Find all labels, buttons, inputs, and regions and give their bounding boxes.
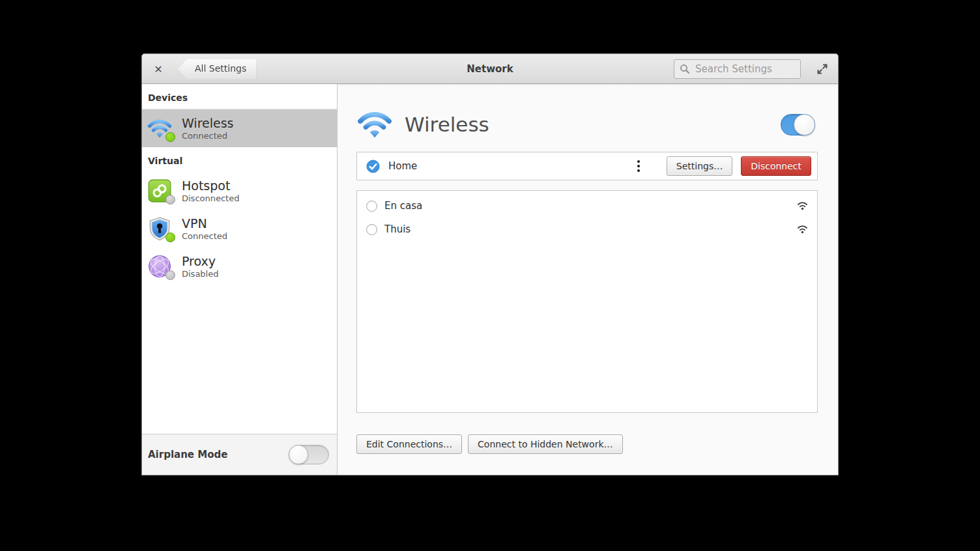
connected-network-row[interactable]: Home Settings… Disconnect [356,152,818,180]
status-dot-disabled [166,270,175,280]
device-status: Disabled [182,269,218,279]
network-list-item[interactable]: En casa [357,194,817,218]
panel-title: Wireless [405,113,781,136]
wireless-header: Wireless [357,106,815,143]
status-dot-connected [166,132,175,142]
sidebar-item-hotspot[interactable]: Hotspot Disconnected [142,172,337,210]
toggle-knob [289,445,308,464]
wireless-enable-toggle[interactable] [781,114,815,135]
airplane-mode-label: Airplane Mode [148,449,289,460]
available-networks-list: En casa Thuis [356,190,818,413]
network-radio[interactable] [366,224,377,235]
device-label: VPN [182,216,227,231]
proxy-globe-icon [147,253,175,280]
network-list-item[interactable]: Thuis [357,218,817,241]
search-input[interactable] [695,63,795,75]
footer-actions: Edit Connections… Connect to Hidden Netw… [356,434,818,454]
connected-check-icon [366,160,380,173]
signal-strength-icon [797,201,808,210]
network-name: En casa [384,200,797,212]
settings-button[interactable]: Settings… [667,156,732,176]
airplane-mode-row: Airplane Mode [142,434,337,475]
search-icon [680,64,690,74]
disconnect-button[interactable]: Disconnect [741,156,811,176]
wifi-icon [357,107,392,142]
network-name: Thuis [384,223,797,235]
wireless-panel: Wireless Home Settings… Disconnect En ca… [338,84,838,475]
hotspot-icon [147,177,175,205]
device-status: Connected [182,231,227,242]
toggle-knob [794,114,815,135]
search-settings-box[interactable] [674,59,801,79]
wifi-icon [147,115,175,142]
virtual-section-header: Virtual [142,147,337,172]
devices-section-header: Devices [142,84,337,109]
titlebar: ✕ All Settings Network [142,54,838,84]
status-dot-connected [166,233,175,242]
sidebar-item-proxy[interactable]: Proxy Disabled [142,247,337,285]
device-status: Connected [182,131,234,141]
status-dot-disconnected [166,195,175,205]
edit-connections-button[interactable]: Edit Connections… [356,434,462,454]
airplane-mode-toggle[interactable] [289,445,329,464]
device-label: Hotspot [182,178,239,193]
network-radio[interactable] [366,201,377,212]
connected-network-name: Home [388,160,635,172]
device-status: Disconnected [182,193,239,204]
devices-sidebar: Devices Wireless Connected Virtual [142,84,338,475]
sidebar-item-vpn[interactable]: VPN Connected [142,210,337,247]
device-label: Wireless [182,116,234,131]
sidebar-item-wireless[interactable]: Wireless Connected [142,109,337,147]
network-menu-button[interactable] [635,158,642,175]
network-settings-window: ✕ All Settings Network Devices Wireless … [141,53,839,475]
signal-strength-icon [797,225,808,234]
vpn-shield-icon [147,215,175,242]
connect-hidden-network-button[interactable]: Connect to Hidden Network… [468,434,622,454]
device-label: Proxy [182,254,218,269]
maximize-icon[interactable] [816,63,829,76]
